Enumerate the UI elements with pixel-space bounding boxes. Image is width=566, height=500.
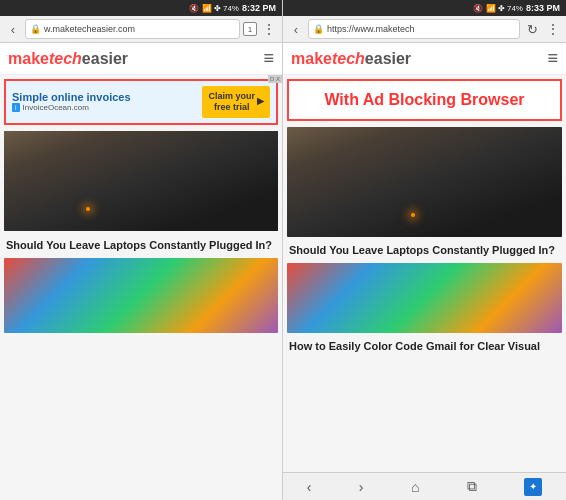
left-logo-make: make	[8, 50, 49, 67]
right-hamburger-menu[interactable]: ≡	[547, 48, 558, 69]
left-hamburger-menu[interactable]: ≡	[263, 48, 274, 69]
left-ad-banner[interactable]: Simple online invoices i InvoiceOcean.co…	[4, 79, 278, 125]
left-ad-cta-arrow: ▶	[257, 96, 264, 107]
home-nav-icon[interactable]: ⌂	[411, 479, 419, 495]
left-keyboard-visual	[4, 131, 278, 231]
right-status-icons: 🔇 📶 ✤ 74%	[473, 4, 523, 13]
left-menu-button[interactable]: ⋮	[260, 21, 278, 37]
right-url-text: https://www.maketech	[327, 24, 415, 34]
right-article1-title[interactable]: Should You Leave Laptops Constantly Plug…	[283, 239, 566, 261]
left-back-button[interactable]: ‹	[4, 20, 22, 38]
right-article1-image[interactable]	[287, 127, 562, 237]
right-time: 8:33 PM	[526, 3, 560, 13]
forward-nav-icon[interactable]: ›	[359, 479, 364, 495]
left-ad-logo: i	[12, 103, 20, 112]
right-status-bar: 🔇 📶 ✤ 74% 8:33 PM	[283, 0, 566, 16]
left-logo-easier: easier	[82, 50, 128, 67]
left-url-bar[interactable]: 🔒 w.maketecheasier.com	[25, 19, 240, 39]
left-site-header: maketecheasier ≡	[0, 43, 282, 75]
right-bottom-nav: ‹ › ⌂ ⧉ ✦	[283, 472, 566, 500]
shield-nav-icon[interactable]: ✦	[524, 478, 542, 496]
right-logo-make: make	[291, 50, 332, 67]
right-phone-panel: 🔇 📶 ✤ 74% 8:33 PM ‹ 🔒 https://www.makete…	[283, 0, 566, 500]
left-article1-title[interactable]: Should You Leave Laptops Constantly Plug…	[0, 233, 282, 256]
right-back-button[interactable]: ‹	[287, 20, 305, 38]
right-site-header: maketecheasier ≡	[283, 43, 566, 75]
left-phone-panel: 🔇 📶 ✤ 74% 8:32 PM ‹ 🔒 w.maketecheasier.c…	[0, 0, 283, 500]
left-ad-title: Simple online invoices	[12, 91, 131, 103]
left-article1-image[interactable]	[4, 131, 278, 231]
back-nav-icon[interactable]: ‹	[307, 479, 312, 495]
left-time: 8:32 PM	[242, 3, 276, 13]
right-browser-toolbar: ‹ 🔒 https://www.maketech ↻ ⋮	[283, 16, 566, 42]
right-refresh-button[interactable]: ↻	[523, 20, 541, 38]
right-browser-chrome: ‹ 🔒 https://www.maketech ↻ ⋮	[283, 16, 566, 43]
left-status-icons: 🔇 📶 ✤ 74%	[189, 4, 239, 13]
left-tab-badge[interactable]: 1	[243, 22, 257, 36]
right-lock-icon: 🔒	[313, 24, 324, 34]
left-site-logo: maketecheasier	[8, 50, 128, 68]
right-ad-blocked-text: With Ad Blocking Browser	[320, 86, 528, 113]
right-ad-blocked-banner: With Ad Blocking Browser	[287, 79, 562, 121]
left-ad-subtitle: i InvoiceOcean.com	[12, 103, 131, 112]
left-ad-wrapper: Simple online invoices i InvoiceOcean.co…	[0, 75, 282, 129]
left-browser-chrome: ‹ 🔒 w.maketecheasier.com 1 ⋮	[0, 16, 282, 43]
right-menu-button[interactable]: ⋮	[544, 21, 562, 37]
left-ad-domain: InvoiceOcean.com	[23, 103, 89, 112]
left-article2-image[interactable]	[4, 258, 278, 333]
right-site-logo: maketecheasier	[291, 50, 411, 68]
right-url-bar[interactable]: 🔒 https://www.maketech	[308, 19, 520, 39]
left-logo-tech: tech	[49, 50, 82, 67]
right-logo-tech: tech	[332, 50, 365, 67]
right-article2-image[interactable]	[287, 263, 562, 333]
right-article2-title[interactable]: How to Easily Color Code Gmail for Clear…	[283, 335, 566, 357]
tabs-nav-icon[interactable]: ⧉	[467, 478, 477, 495]
left-ad-content: Simple online invoices i InvoiceOcean.co…	[12, 91, 131, 112]
left-status-bar: 🔇 📶 ✤ 74% 8:32 PM	[0, 0, 282, 16]
left-ad-cta-text: Claim your free trial	[208, 91, 255, 113]
left-ad-cta-button[interactable]: Claim your free trial ▶	[202, 86, 270, 118]
right-logo-easier: easier	[365, 50, 411, 67]
left-browser-toolbar: ‹ 🔒 w.maketecheasier.com 1 ⋮	[0, 16, 282, 42]
left-ad-badge: D X	[268, 75, 282, 83]
left-lock-icon: 🔒	[30, 24, 41, 34]
left-url-text: w.maketecheasier.com	[44, 24, 135, 34]
